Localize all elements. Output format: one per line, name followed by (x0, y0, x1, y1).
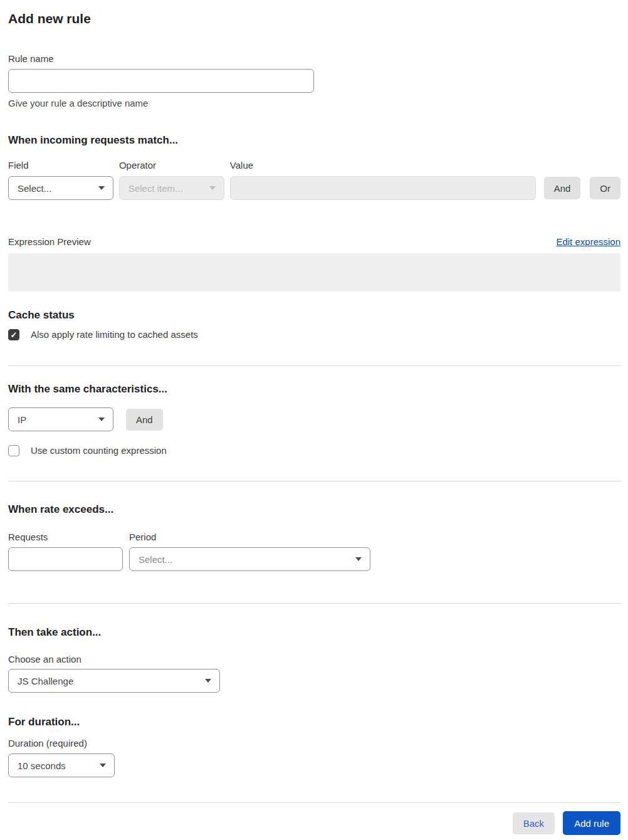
choose-action-label: Choose an action (8, 654, 620, 665)
chevron-down-icon (205, 679, 211, 683)
rate-row: Requests Period Select... (8, 532, 620, 571)
chevron-down-icon (209, 186, 216, 190)
back-button[interactable]: Back (513, 812, 555, 834)
action-select[interactable]: JS Challenge (8, 669, 220, 693)
operator-label: Operator (119, 160, 224, 171)
chevron-down-icon (98, 417, 105, 421)
cache-checkbox-row: ✓ Also apply rate limiting to cached ass… (8, 329, 620, 340)
operator-select: Select item... (119, 176, 224, 200)
rule-name-help: Give your rule a descriptive name (8, 98, 620, 108)
custom-counting-label: Use custom counting expression (31, 445, 167, 456)
period-select-value: Select... (139, 554, 172, 565)
duration-heading: For duration... (8, 715, 620, 728)
chevron-down-icon (100, 764, 106, 767)
action-select-value: JS Challenge (18, 676, 73, 686)
duration-select-value: 10 seconds (18, 760, 66, 771)
duration-select[interactable]: 10 seconds (8, 753, 115, 777)
period-select[interactable]: Select... (129, 547, 370, 571)
duration-label: Duration (required) (8, 738, 620, 749)
custom-counting-row: ✓ Use custom counting expression (8, 445, 620, 456)
field-select[interactable]: Select... (8, 176, 113, 200)
rate-heading: When rate exceeds... (8, 503, 620, 516)
expression-preview-label: Expression Preview (8, 236, 91, 248)
and-button[interactable]: And (544, 177, 581, 199)
field-select-value: Select... (18, 183, 51, 194)
add-rule-button[interactable]: Add rule (563, 811, 620, 835)
characteristic-select-value: IP (18, 414, 26, 425)
section-divider (8, 365, 620, 366)
check-icon: ✓ (11, 331, 18, 339)
action-heading: Then take action... (8, 626, 620, 639)
value-input (230, 176, 536, 200)
value-label: Value (230, 160, 536, 171)
cache-checkbox[interactable]: ✓ (8, 329, 19, 340)
footer-actions: Back Add rule (8, 803, 620, 835)
characteristics-row: IP And (8, 407, 620, 431)
characteristic-select[interactable]: IP (8, 407, 113, 431)
or-button[interactable]: Or (590, 177, 620, 199)
field-label: Field (8, 160, 113, 171)
expression-preview-box (8, 253, 620, 291)
cache-status-heading: Cache status (8, 308, 620, 322)
expression-preview-header: Expression Preview Edit expression (8, 236, 620, 248)
characteristics-and-button[interactable]: And (126, 409, 163, 431)
section-divider (8, 603, 620, 604)
page-title: Add new rule (8, 11, 620, 26)
match-section-heading: When incoming requests match... (8, 134, 620, 147)
cache-checkbox-label: Also apply rate limiting to cached asset… (31, 329, 198, 340)
custom-counting-checkbox[interactable]: ✓ (8, 445, 19, 456)
characteristics-heading: With the same characteristics... (8, 382, 620, 396)
operator-select-value: Select item... (128, 183, 183, 194)
edit-expression-link[interactable]: Edit expression (556, 236, 620, 247)
chevron-down-icon (355, 557, 362, 561)
section-divider (8, 481, 620, 481)
add-rule-form: Add new rule Rule name Give your rule a … (0, 0, 628, 840)
rule-name-input[interactable] (8, 69, 314, 93)
requests-input[interactable] (8, 547, 123, 571)
rule-name-label: Rule name (8, 53, 620, 65)
period-label: Period (129, 532, 370, 543)
match-builder-row: Field Select... Operator Select item... … (8, 160, 620, 200)
chevron-down-icon (98, 186, 105, 190)
requests-label: Requests (8, 532, 123, 543)
